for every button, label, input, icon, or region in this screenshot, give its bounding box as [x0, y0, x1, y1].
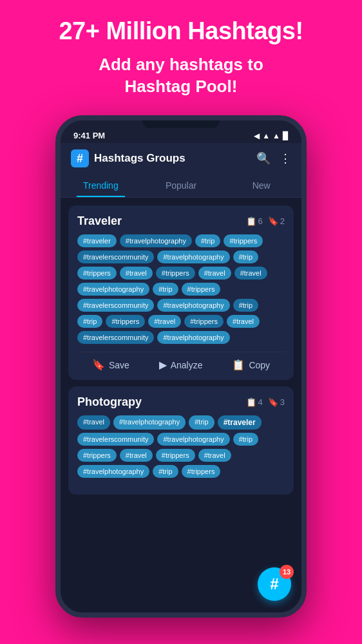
hero-section: 27+ Million Hashtags! Add any hashtags t… — [0, 0, 362, 104]
app-header-right: 🔍 ⋮ — [256, 151, 291, 166]
card-traveler-stats: 📋 6 🔖 2 — [246, 216, 285, 226]
tag[interactable]: #trippers — [77, 267, 117, 279]
status-icons: ◀ ▲ ▲ ▉ — [254, 131, 289, 140]
tag[interactable]: #travelphotography — [157, 331, 229, 344]
tag[interactable]: #trip — [195, 234, 220, 247]
tag[interactable]: #trip — [233, 251, 258, 263]
tag[interactable]: #trip — [233, 433, 258, 446]
copy-value: 6 — [258, 216, 263, 226]
stat-copy-count: 📋 6 — [246, 216, 263, 226]
tag[interactable]: #travelphotography — [157, 299, 229, 312]
copy-icon: 📋 — [246, 216, 256, 226]
tag[interactable]: #trip — [153, 283, 178, 296]
card-photography-title: Photograpy — [77, 395, 142, 409]
tag[interactable]: #travelphotography — [157, 433, 229, 446]
copy-label: Copy — [249, 360, 270, 370]
save-icon-2: 🔖 — [268, 397, 278, 407]
search-icon[interactable]: 🔍 — [256, 151, 271, 166]
tag[interactable]: #trippers — [182, 465, 221, 478]
fab-hash-icon: # — [270, 575, 278, 593]
tag[interactable]: #travelerscommunity — [77, 433, 154, 446]
save-value-2: 3 — [280, 397, 285, 407]
tag[interactable]: #travelerscommunity — [77, 299, 154, 312]
tag[interactable]: #travel — [234, 267, 267, 279]
tab-popular[interactable]: Popular — [141, 174, 222, 197]
wifi-icon: ▲ — [262, 131, 270, 140]
status-bar: 9:41 PM ◀ ▲ ▲ ▉ — [61, 128, 301, 143]
tag[interactable]: #trippers — [156, 449, 195, 462]
tag[interactable]: #travelerscommunity — [77, 331, 154, 344]
tag[interactable]: #travel — [198, 449, 231, 462]
save-button[interactable]: 🔖 Save — [92, 359, 129, 371]
content-area: Traveler 📋 6 🔖 2 #traveler #tr — [61, 198, 301, 618]
tag[interactable]: #trip — [189, 415, 214, 430]
hero-subtitle: Add any hashtags toHashtag Pool! — [13, 54, 349, 98]
tabs-bar: Trending Popular New — [61, 174, 301, 198]
tag[interactable]: #travelphotography — [77, 283, 149, 296]
analyze-label: Analyze — [171, 360, 203, 370]
tag[interactable]: #trippers — [106, 315, 145, 328]
mute-icon: ◀ — [254, 131, 260, 140]
stat-save-count-2: 🔖 3 — [268, 397, 285, 407]
analyze-button[interactable]: ▶ Analyze — [159, 359, 203, 371]
save-label: Save — [109, 360, 129, 370]
tag[interactable]: #travelerscommunity — [77, 251, 154, 263]
tag[interactable]: #travelphotography — [113, 415, 186, 430]
tag[interactable]: #travelphotography — [120, 234, 192, 247]
tag[interactable]: #travel — [227, 315, 260, 328]
card-photography-header: Photograpy 📋 4 🔖 3 — [77, 395, 285, 409]
card-traveler-title: Traveler — [77, 214, 122, 228]
tag[interactable]: #trippers — [77, 449, 117, 462]
tag[interactable]: #trippers — [184, 315, 224, 328]
tag[interactable]: #trippers — [182, 283, 221, 296]
phone-mockup: 9:41 PM ◀ ▲ ▲ ▉ # Hashtags Groups 🔍 ⋮ Tr… — [55, 115, 307, 618]
copy-button[interactable]: 📋 Copy — [232, 359, 270, 371]
save-value: 2 — [280, 216, 285, 226]
tag[interactable]: #travel — [77, 415, 110, 430]
app-header-left: # Hashtags Groups — [71, 149, 186, 167]
stat-save-count: 🔖 2 — [268, 216, 285, 226]
tag[interactable]: #trip — [233, 299, 258, 312]
tab-new[interactable]: New — [221, 174, 301, 197]
tag[interactable]: #trip — [77, 315, 102, 328]
card-traveler-tags: #traveler #travelphotography #trip #trip… — [77, 234, 285, 344]
copy-value-2: 4 — [258, 397, 263, 407]
tag[interactable]: #travel — [148, 315, 181, 328]
battery-icon: ▉ — [283, 131, 289, 140]
tag[interactable]: #travelphotography — [77, 465, 149, 478]
menu-icon[interactable]: ⋮ — [280, 151, 291, 166]
tag[interactable]: #trip — [153, 465, 178, 478]
save-action-icon: 🔖 — [92, 359, 105, 371]
tag[interactable]: #travel — [120, 449, 153, 462]
analyze-icon: ▶ — [159, 359, 167, 371]
phone-wrapper: 9:41 PM ◀ ▲ ▲ ▉ # Hashtags Groups 🔍 ⋮ Tr… — [0, 115, 362, 618]
card-traveler-header: Traveler 📋 6 🔖 2 — [77, 214, 285, 228]
card-traveler-actions: 🔖 Save ▶ Analyze 📋 Copy — [77, 352, 285, 371]
hero-title: 27+ Million Hashtags! — [13, 18, 349, 45]
app-header: # Hashtags Groups 🔍 ⋮ — [61, 143, 301, 174]
stat-copy-count-2: 📋 4 — [246, 397, 263, 407]
status-time: 9:41 PM — [73, 131, 105, 140]
card-photography-stats: 📋 4 🔖 3 — [246, 397, 285, 407]
tag[interactable]: #trippers — [156, 267, 195, 279]
card-traveler: Traveler 📋 6 🔖 2 #traveler #tr — [68, 205, 294, 380]
card-photography: Photograpy 📋 4 🔖 3 #travel #tr — [68, 386, 294, 495]
tag[interactable]: #traveler — [77, 234, 117, 247]
tag[interactable]: #trippers — [224, 234, 263, 247]
tag[interactable]: #travel — [198, 267, 231, 279]
fab-button[interactable]: # 13 — [258, 567, 291, 601]
save-icon: 🔖 — [268, 216, 278, 226]
copy-icon-2: 📋 — [246, 397, 256, 407]
tag[interactable]: #traveler — [218, 415, 262, 430]
tag[interactable]: #travelphotography — [157, 251, 229, 263]
tab-trending[interactable]: Trending — [61, 174, 141, 197]
tag[interactable]: #travel — [120, 267, 153, 279]
app-title: Hashtags Groups — [94, 152, 186, 165]
card-photography-tags: #travel #travelphotography #trip #travel… — [77, 415, 285, 478]
signal-icon: ▲ — [272, 131, 280, 140]
phone-notch — [142, 120, 220, 128]
copy-action-icon: 📋 — [232, 359, 245, 371]
app-logo: # — [71, 149, 89, 167]
